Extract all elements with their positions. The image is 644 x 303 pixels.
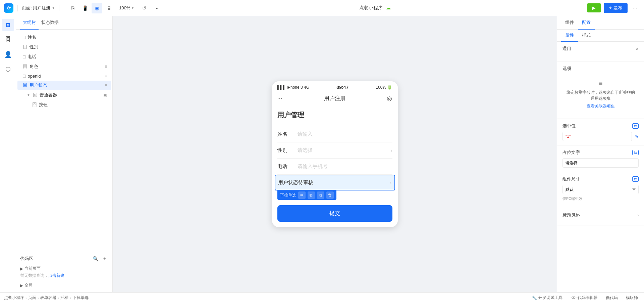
publish-btn[interactable]: ✈ 发布: [604, 3, 628, 13]
options-empty: ≡ 绑定枚举字段时，选项来自于所关联的通用选项集 查看关联选项集: [562, 74, 639, 115]
tree-item-container[interactable]: ▼ 回 普通容器 ▣: [17, 90, 111, 100]
container-icon: 回: [33, 92, 38, 98]
form-label-user-status: 用户状态: [278, 179, 298, 186]
button-icon: 回: [32, 102, 37, 108]
expand-icon: ▼: [27, 93, 31, 97]
placeholder-input[interactable]: [562, 158, 639, 168]
form-input-gender[interactable]: 请选择: [298, 147, 388, 154]
options-description: 绑定枚举字段时，选项来自于所关联的通用选项集: [565, 89, 636, 101]
subtab-props[interactable]: 属性: [561, 30, 578, 42]
tree-item-openid[interactable]: □ openid ≡: [17, 72, 111, 80]
toolbar-copy1-btn[interactable]: ⧉: [308, 191, 315, 199]
section-component-size: 组件尺寸 fx 默认 小 大 仅PC端生效: [557, 172, 644, 208]
page-selector[interactable]: 页面: 用户注册 ▼: [22, 5, 55, 11]
add-code-btn[interactable]: ＋: [101, 255, 108, 262]
phone-signal: ▌▌▌ iPhone 8 4G: [277, 85, 310, 90]
icon-bar-plugin-btn[interactable]: ⬡: [2, 63, 14, 75]
section-title-style-title: 标题风格: [562, 212, 580, 218]
topbar: ⟳ 页面: 用户注册 ▼ ⎘ 📱 ◉ 🖥 100% ▼ ↺ ···: [0, 0, 644, 16]
fx-selected-value-btn[interactable]: fx: [632, 123, 639, 129]
refresh-btn[interactable]: ↺: [139, 3, 150, 13]
tab-config[interactable]: 配置: [578, 16, 595, 30]
run-btn[interactable]: ▶: [587, 3, 601, 12]
section-title-style-arrow[interactable]: ›: [637, 213, 639, 218]
common-content-partial: …: [562, 54, 639, 57]
cloud-icon: ☁: [386, 5, 391, 10]
section-selected-value-title: 选中值: [562, 123, 576, 129]
subtab-styles[interactable]: 样式: [578, 30, 595, 41]
plus-icon: ＋: [102, 256, 107, 261]
section-selected-value-header: 选中值 fx: [562, 123, 639, 129]
toolbar-delete-btn[interactable]: 🗑: [326, 191, 334, 199]
global-section: ▶ 全局: [20, 281, 108, 290]
edit-value-icon[interactable]: ✎: [635, 134, 639, 139]
options-link[interactable]: 查看关联选项集: [565, 103, 636, 109]
component-size-select[interactable]: 默认 小 大: [562, 185, 639, 194]
template-label: 模版师: [626, 295, 638, 301]
copy2-icon: ⧉: [319, 193, 322, 198]
config-subtabs: 属性 样式: [557, 30, 644, 42]
left-panel: 大纲树 状态数据 □ 姓名 目 性别 □ 电话 目 角色 ≡: [16, 16, 113, 292]
tab-state-data[interactable]: 状态数据: [39, 16, 61, 30]
form-row-gender: 性别 请选择 ›: [277, 142, 392, 159]
tree-item-name[interactable]: □ 姓名: [17, 33, 111, 42]
tree-item-gender[interactable]: 目 性别: [17, 42, 111, 52]
search-code-btn[interactable]: 🔍: [91, 255, 100, 262]
global-toggle[interactable]: ▶ 全局: [20, 283, 108, 288]
main-layout: ⊞ 🗄 👤 ⬡ 大纲树 状态数据 □ 姓名: [0, 16, 644, 292]
tree-item-button[interactable]: 回 按钮: [17, 100, 111, 110]
form-input-name[interactable]: 请输入: [298, 131, 392, 137]
user-status-badge: ≡: [105, 83, 107, 88]
selected-value-input[interactable]: [562, 132, 632, 141]
phone-nav: ··· 用户注册 ◎: [272, 92, 398, 105]
submit-button[interactable]: 提交: [277, 205, 392, 222]
nav-circle-icon[interactable]: ◎: [387, 95, 392, 102]
section-common-toggle[interactable]: ∧: [636, 46, 639, 51]
tree-item-role[interactable]: 目 角色 ≡: [17, 62, 111, 71]
chevron-right-gender: ›: [391, 148, 392, 153]
dev-tools-btn[interactable]: 🔧 开发调试工具: [530, 294, 565, 302]
topbar-more-btn[interactable]: ···: [630, 4, 640, 12]
breadcrumb: 点餐小程序 › 页面 › 表单容器 › 插槽 › 下拉单选: [4, 295, 89, 301]
desktop-tool-btn[interactable]: 🖥: [104, 3, 114, 13]
template-btn[interactable]: 模版师: [624, 294, 640, 302]
code-editor-btn[interactable]: </> 代码编辑器: [569, 294, 600, 302]
tree-item-user-status[interactable]: 目 用户状态 ≡: [17, 81, 111, 90]
left-panel-tabs: 大纲树 状态数据: [16, 16, 112, 30]
topbar-tools: ⎘ 📱 ◉ 🖥: [67, 3, 114, 13]
icon-bar-data-btn[interactable]: 🗄: [2, 34, 14, 46]
select-icon: 目: [23, 44, 28, 50]
icon-bar-user-btn[interactable]: 👤: [2, 48, 14, 60]
breadcrumb-sep2: ›: [38, 296, 39, 300]
form-label-phone: 电话: [277, 163, 298, 170]
toolbar-edit-btn[interactable]: ✏: [298, 191, 306, 199]
low-code-btn[interactable]: 低代码: [604, 294, 620, 302]
preview-tool-btn[interactable]: ◉: [92, 3, 102, 13]
tab-components[interactable]: 组件: [561, 16, 578, 30]
create-link[interactable]: 点击新建: [48, 273, 64, 278]
topbar-divider2: [59, 5, 59, 11]
section-options-header: 选项: [562, 66, 639, 72]
tree-item-phone[interactable]: □ 电话: [17, 52, 111, 61]
fx-placeholder-btn[interactable]: fx: [632, 150, 639, 155]
app-title: 点餐小程序 ☁: [166, 5, 584, 11]
phone-nav-right: ◎: [387, 95, 392, 102]
code-area-tools: 🔍 ＋: [91, 255, 108, 262]
current-page-toggle[interactable]: ▶ 当前页面: [20, 266, 108, 271]
zoom-control[interactable]: 100% ▼: [117, 4, 136, 12]
phone-battery: 100% 🔋: [376, 85, 392, 90]
toolbar-copy2-btn[interactable]: ⧉: [317, 191, 324, 199]
phone-mockup: ▌▌▌ iPhone 8 4G 09:47 100% 🔋 ··· 用户注册 ◎ …: [272, 81, 398, 227]
plugin-icon: ⬡: [5, 66, 11, 73]
more-top-btn[interactable]: ···: [152, 3, 163, 13]
breadcrumb-slot: 插槽: [60, 295, 68, 301]
form-row-name: 姓名 请输入: [277, 126, 392, 142]
mobile-tool-btn[interactable]: 📱: [79, 3, 90, 13]
form-input-phone[interactable]: 请输入手机号: [298, 163, 392, 170]
fx-component-size-btn[interactable]: fx: [632, 176, 639, 182]
tab-outline-tree[interactable]: 大纲树: [20, 16, 39, 30]
icon-bar-components-btn[interactable]: ⊞: [2, 19, 14, 31]
nav-dots-icon[interactable]: ···: [277, 95, 282, 102]
copy-tool-btn[interactable]: ⎘: [67, 3, 78, 13]
form-row-user-status[interactable]: 用户状态 待审核 ›: [275, 175, 395, 190]
